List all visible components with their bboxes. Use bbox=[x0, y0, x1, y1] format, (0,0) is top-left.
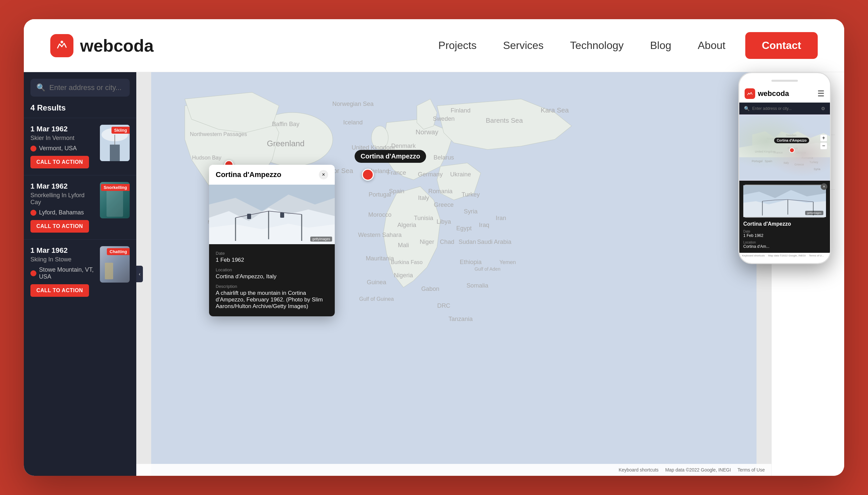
nav-projects[interactable]: Projects bbox=[438, 39, 477, 52]
svg-text:Saudi Arabia: Saudi Arabia bbox=[477, 238, 512, 245]
collapse-icon: ‹ bbox=[139, 271, 141, 277]
svg-text:Somalia: Somalia bbox=[466, 282, 489, 289]
mobile-logo-area: webcoda bbox=[745, 88, 789, 99]
svg-text:Baffin Bay: Baffin Bay bbox=[272, 120, 300, 127]
map-tooltip: Cortina d'Ampezzo bbox=[354, 150, 426, 163]
svg-text:Barents Sea: Barents Sea bbox=[486, 117, 523, 124]
popup-desc-label: Description bbox=[216, 284, 328, 289]
mobile-tooltip: Cortina d'Ampezzo bbox=[774, 138, 809, 143]
svg-text:Gulf of Guinea: Gulf of Guinea bbox=[359, 296, 394, 302]
mobile-mockup: webcoda ☰ 🔍 ⚙ Norway Sweden United Kingd… bbox=[738, 72, 831, 264]
svg-text:Mauritania: Mauritania bbox=[366, 255, 394, 262]
mobile-keyboard-shortcuts: Keyboard shortcuts bbox=[742, 254, 765, 257]
popup-body: Date 1 Feb 1962 Location Cortina d'Ampez… bbox=[209, 244, 335, 316]
svg-text:Greenland: Greenland bbox=[267, 139, 305, 148]
svg-text:Spain: Spain bbox=[389, 188, 404, 194]
popup-location-value: Cortina d'Ampezzo, Italy bbox=[216, 273, 328, 280]
location-text-1: Vermont, USA bbox=[39, 145, 77, 152]
popup-close-button[interactable]: × bbox=[319, 170, 328, 180]
svg-text:Greece: Greece bbox=[795, 163, 804, 166]
svg-text:Turkey: Turkey bbox=[462, 191, 480, 198]
result-date-2: 1 Mar 1962 bbox=[31, 182, 94, 191]
location-dot-1 bbox=[31, 146, 36, 152]
svg-text:Ukraine: Ukraine bbox=[796, 151, 806, 154]
nav-services[interactable]: Services bbox=[503, 39, 544, 52]
result-info-3: 1 Mar 1962 Skiing In Stowe Stowe Mountai… bbox=[31, 246, 94, 297]
popup-image: gettyimages bbox=[209, 185, 335, 244]
map-area[interactable]: Greenland Baffin Bay Labrador Sea Norway… bbox=[136, 72, 771, 476]
svg-text:Morocco: Morocco bbox=[368, 211, 391, 218]
svg-text:Sweden: Sweden bbox=[786, 134, 797, 137]
svg-text:Tanzania: Tanzania bbox=[449, 315, 473, 322]
svg-text:Chad: Chad bbox=[440, 238, 454, 245]
mobile-popup-date-label: Date bbox=[743, 229, 826, 233]
sidebar-collapse-btn[interactable]: ‹ bbox=[136, 266, 143, 282]
nav: Projects Services Technology Blog About bbox=[438, 39, 725, 52]
mobile-menu-btn[interactable]: ☰ bbox=[817, 89, 824, 98]
popup-header: Cortina d'Ampezzo × bbox=[209, 165, 335, 185]
svg-text:Yemen: Yemen bbox=[500, 259, 516, 265]
map-footer: Keyboard shortcuts Map data ©2022 Google… bbox=[136, 464, 771, 476]
svg-text:Norway: Norway bbox=[415, 129, 439, 136]
mobile-terms[interactable]: Terms of U... bbox=[809, 254, 824, 257]
popup-date-label: Date bbox=[216, 251, 328, 256]
cta-button-3[interactable]: CALL TO ACTION bbox=[31, 284, 89, 297]
mobile-zoom-in[interactable]: + bbox=[820, 134, 827, 142]
mobile-popup-date-value: 1 Feb 1962 bbox=[743, 233, 826, 238]
popup-location-label: Location bbox=[216, 267, 328, 272]
svg-text:Turkey: Turkey bbox=[810, 160, 818, 164]
logo-icon bbox=[50, 34, 73, 57]
nav-about[interactable]: About bbox=[698, 39, 725, 52]
search-input[interactable] bbox=[49, 83, 140, 92]
svg-text:Finland: Finland bbox=[451, 107, 470, 114]
mobile-search-icon: 🔍 bbox=[744, 106, 750, 111]
mobile-popup-location-label: Location bbox=[743, 241, 826, 244]
getty-watermark: gettyimages bbox=[310, 237, 332, 241]
popup-date-value: 1 Feb 1962 bbox=[216, 257, 328, 263]
result-card-2: 1 Mar 1962 Snorkelling In Lyford Cay Lyf… bbox=[24, 175, 136, 239]
svg-text:Iceland: Iceland bbox=[343, 119, 363, 126]
svg-text:Algeria: Algeria bbox=[397, 221, 416, 228]
svg-text:France: France bbox=[774, 151, 783, 154]
location-dot-2 bbox=[31, 210, 36, 216]
mobile-map[interactable]: Norway Sweden United Kingdom Belarus Fra… bbox=[739, 115, 830, 181]
result-date-3: 1 Mar 1962 bbox=[31, 246, 94, 255]
result-image-2: Snorkelling bbox=[100, 182, 130, 218]
cta-button-1[interactable]: CALL TO ACTION bbox=[31, 156, 89, 168]
mobile-filter-icon[interactable]: ⚙ bbox=[821, 106, 825, 111]
svg-text:Iraq: Iraq bbox=[479, 221, 490, 228]
svg-rect-68 bbox=[747, 90, 753, 97]
svg-text:Mali: Mali bbox=[398, 241, 409, 249]
svg-text:Gulf of Aden: Gulf of Aden bbox=[475, 266, 501, 272]
main-container: webcoda Projects Services Technology Blo… bbox=[24, 19, 844, 476]
svg-text:Egypt: Egypt bbox=[456, 225, 472, 232]
svg-text:Kara Sea: Kara Sea bbox=[541, 106, 569, 114]
svg-text:Norwegian Sea: Norwegian Sea bbox=[332, 100, 374, 107]
map-marker-cortina bbox=[362, 169, 374, 181]
svg-text:Italy: Italy bbox=[418, 194, 429, 201]
result-image-3: Chatting bbox=[100, 246, 130, 283]
cta-button-2[interactable]: CALL TO ACTION bbox=[31, 220, 89, 233]
contact-button[interactable]: Contact bbox=[745, 32, 818, 59]
mobile-popup-image: gettyimages bbox=[743, 185, 826, 218]
nav-technology[interactable]: Technology bbox=[570, 39, 624, 52]
mobile-search-bar: 🔍 ⚙ bbox=[739, 103, 830, 115]
nav-blog[interactable]: Blog bbox=[650, 39, 671, 52]
mobile-map-bg: Norway Sweden United Kingdom Belarus Fra… bbox=[739, 115, 830, 181]
svg-text:DRC: DRC bbox=[437, 302, 451, 309]
popup-title: Cortina d'Ampezzo bbox=[216, 170, 281, 179]
terms-of-use[interactable]: Terms of Use bbox=[738, 467, 765, 473]
svg-text:Ethiopia: Ethiopia bbox=[460, 258, 482, 266]
svg-text:Belarus: Belarus bbox=[434, 154, 454, 161]
svg-text:Greece: Greece bbox=[434, 201, 454, 208]
result-card-3: 1 Mar 1962 Skiing In Stowe Stowe Mountai… bbox=[24, 239, 136, 303]
keyboard-shortcuts: Keyboard shortcuts bbox=[619, 467, 659, 473]
result-date-1: 1 Mar 1962 bbox=[31, 125, 94, 133]
svg-text:Western Sahara: Western Sahara bbox=[358, 231, 402, 238]
mobile-zoom-out[interactable]: − bbox=[820, 142, 827, 150]
header: webcoda Projects Services Technology Blo… bbox=[24, 19, 844, 72]
sidebar: 🔍 4 Results 1 Mar 1962 Skier In Vermont … bbox=[24, 72, 136, 476]
mobile-search-input[interactable] bbox=[752, 106, 818, 111]
mobile-map-footer: Keyboard shortcuts Map data ©2022 Google… bbox=[739, 253, 830, 258]
mobile-popup-close-button[interactable]: × bbox=[821, 183, 827, 190]
